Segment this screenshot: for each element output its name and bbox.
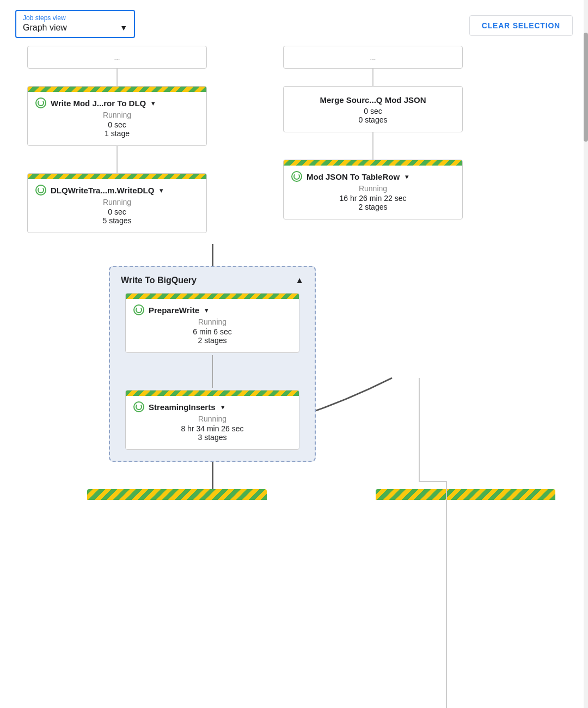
- node-status: Running: [133, 414, 291, 423]
- bottom-dark-connector: [212, 462, 213, 489]
- node-title: Merge Sourc...Q Mod JSON: [320, 95, 426, 105]
- node-stages: 0 stages: [291, 115, 455, 124]
- node-status: Running: [35, 111, 199, 119]
- running-icon: [35, 97, 46, 108]
- node-stages: 1 stage: [35, 129, 199, 138]
- node-title: Write Mod J...ror To DLQ: [51, 99, 146, 108]
- prepare-write-node[interactable]: PrepareWrite ▾ Running 6 min 6 sec 2 sta…: [125, 293, 299, 353]
- node-stripe: [28, 87, 206, 92]
- chevron-down-icon: ▾: [405, 173, 409, 181]
- node-title: StreamingInserts: [149, 402, 216, 412]
- node-title: DLQWriteTra...m.WriteDLQ: [51, 186, 154, 195]
- node-stripe: [284, 160, 462, 166]
- node-time: 0 sec: [35, 207, 199, 216]
- bigquery-column: Write To BigQuery ▲ PrepareWrite ▾: [109, 244, 316, 489]
- node-stages: 2 stages: [133, 336, 291, 345]
- node-status: Running: [291, 184, 455, 193]
- node-time: 0 sec: [291, 107, 455, 115]
- connector-line: [372, 69, 373, 86]
- node-status: Running: [133, 318, 291, 326]
- partial-node-left: ...: [27, 46, 207, 69]
- node-time: 16 hr 26 min 22 sec: [291, 194, 455, 203]
- bigquery-title: Write To BigQuery: [121, 276, 197, 285]
- node-stages: 2 stages: [291, 203, 455, 211]
- chevron-down-icon: ▾: [221, 403, 225, 411]
- merge-source-node[interactable]: Merge Sourc...Q Mod JSON 0 sec 0 stages: [283, 86, 463, 132]
- partial-node-right: ...: [283, 46, 463, 69]
- write-to-bigquery-container[interactable]: Write To BigQuery ▲ PrepareWrite ▾: [109, 266, 316, 462]
- clear-selection-button[interactable]: CLEAR SELECTION: [469, 15, 573, 36]
- node-time: 8 hr 34 min 26 sec: [133, 424, 291, 433]
- chevron-down-icon: ▾: [205, 306, 209, 314]
- running-icon: [291, 171, 302, 182]
- node-stages: 5 stages: [35, 216, 199, 225]
- node-title: PrepareWrite: [149, 306, 199, 315]
- left-column: ... Write Mod J...ror To DLQ ▾ Running 0…: [27, 46, 207, 233]
- bottom-partial-right: [376, 489, 555, 500]
- full-graph: ... Write Mod J...ror To DLQ ▾ Running 0…: [11, 46, 577, 500]
- streaming-inserts-node[interactable]: StreamingInserts ▾ Running 8 hr 34 min 2…: [125, 390, 299, 450]
- write-mod-j-node[interactable]: Write Mod J...ror To DLQ ▾ Running 0 sec…: [27, 86, 207, 146]
- graph-area: ... Write Mod J...ror To DLQ ▾ Running 0…: [0, 46, 588, 500]
- dropdown-arrow-icon: ▼: [120, 23, 127, 32]
- mod-json-node[interactable]: Mod JSON To TableRow ▾ Running 16 hr 26 …: [283, 160, 463, 219]
- node-stages: 3 stages: [133, 433, 291, 442]
- running-icon: [35, 185, 46, 196]
- node-status: Running: [35, 198, 199, 206]
- scrollbar-track[interactable]: [584, 0, 588, 708]
- view-selector-label: Job steps view: [23, 14, 127, 22]
- chevron-down-icon: ▾: [151, 99, 155, 107]
- right-column: ... Merge Sourc...Q Mod JSON 0 sec 0 sta…: [283, 46, 463, 233]
- node-stripe: [126, 390, 299, 396]
- running-icon: [133, 401, 144, 412]
- connector-line: [117, 69, 118, 86]
- inner-connector: [212, 355, 213, 388]
- chevron-up-icon: ▲: [295, 276, 304, 285]
- dlq-write-node[interactable]: DLQWriteTra...m.WriteDLQ ▾ Running 0 sec…: [27, 173, 207, 233]
- connector-line: [117, 146, 118, 173]
- bottom-partial-left: [87, 489, 267, 500]
- node-time: 0 sec: [35, 120, 199, 129]
- view-selector-value: Graph view: [23, 23, 67, 33]
- header-bar: Job steps view Graph view ▼ CLEAR SELECT…: [0, 0, 588, 46]
- connector-line: [372, 132, 373, 160]
- node-time: 6 min 6 sec: [133, 327, 291, 336]
- chevron-down-icon: ▾: [160, 186, 163, 194]
- node-stripe: [126, 294, 299, 299]
- dark-connector: [212, 244, 213, 266]
- scrollbar-thumb[interactable]: [584, 33, 588, 142]
- view-selector[interactable]: Job steps view Graph view ▼: [15, 10, 135, 38]
- node-title: Mod JSON To TableRow: [307, 172, 400, 181]
- running-icon: [133, 304, 144, 315]
- node-stripe: [28, 174, 206, 179]
